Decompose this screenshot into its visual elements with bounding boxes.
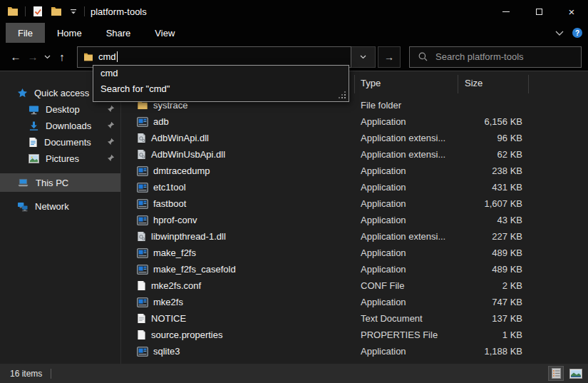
pin-icon bbox=[107, 105, 115, 113]
customize-caret-icon[interactable] bbox=[68, 9, 78, 15]
file-explorer-window: platform-tools × File Home Share View ? … bbox=[0, 0, 588, 383]
sidebar-item-downloads[interactable]: Downloads bbox=[0, 118, 120, 134]
forward-button[interactable]: → bbox=[24, 48, 41, 66]
go-to-button[interactable]: → bbox=[378, 46, 401, 68]
file-size: 747 KB bbox=[458, 297, 528, 307]
file-row[interactable]: adbApplication6,156 KB bbox=[121, 113, 588, 130]
file-name-cell: NOTICE bbox=[121, 313, 354, 324]
quick-access-toolbar bbox=[0, 5, 85, 18]
details-view-button[interactable] bbox=[548, 366, 564, 381]
ribbon-expand-chevron-icon[interactable] bbox=[555, 31, 564, 36]
back-button[interactable]: ← bbox=[7, 48, 24, 66]
recent-locations-chevron-icon[interactable] bbox=[41, 48, 53, 66]
column-separator[interactable] bbox=[354, 75, 355, 93]
file-row[interactable]: source.propertiesPROPERTIES File1 KB bbox=[121, 327, 588, 343]
large-icons-view-button[interactable] bbox=[568, 366, 584, 381]
file-type: PROPERTIES File bbox=[354, 330, 458, 340]
file-size: 238 KB bbox=[458, 165, 528, 176]
this-pc-icon bbox=[17, 178, 29, 188]
file-name: source.properties bbox=[151, 330, 222, 340]
address-suggestion-search-item[interactable]: Search for "cmd" bbox=[93, 81, 349, 97]
file-size: 137 KB bbox=[458, 313, 528, 324]
file-row[interactable]: fastbootApplication1,607 KB bbox=[121, 195, 588, 212]
search-input[interactable]: Search platform-tools bbox=[409, 46, 582, 68]
column-separator[interactable] bbox=[528, 75, 529, 93]
file-name-cell: mke2fs.conf bbox=[121, 280, 354, 291]
file-row[interactable]: sqlite3Application1,188 KB bbox=[121, 343, 588, 359]
file-name-cell: sqlite3 bbox=[121, 346, 354, 357]
file-row[interactable]: hprof-convApplication43 KB bbox=[121, 212, 588, 228]
file-name: make_f2fs bbox=[153, 247, 196, 258]
pin-icon bbox=[107, 121, 115, 129]
tab-view[interactable]: View bbox=[143, 23, 187, 43]
sidebar-item-label: Quick access bbox=[34, 88, 89, 98]
address-bar-text: cmd bbox=[98, 51, 116, 62]
close-icon: × bbox=[569, 6, 575, 17]
tab-home[interactable]: Home bbox=[45, 23, 94, 43]
address-suggestion-item[interactable]: cmd bbox=[93, 66, 349, 81]
application-icon bbox=[137, 215, 148, 225]
sidebar-item-desktop[interactable]: Desktop bbox=[0, 101, 120, 118]
application-icon bbox=[137, 199, 148, 209]
file-type: Application bbox=[354, 182, 458, 193]
sidebar-group-gap bbox=[0, 167, 120, 173]
file-type: Application bbox=[354, 116, 458, 127]
sidebar-item-network[interactable]: Network bbox=[0, 198, 120, 215]
column-header-size[interactable]: Size bbox=[465, 78, 483, 88]
file-size: 227 KB bbox=[458, 231, 528, 242]
file-row[interactable]: make_f2fsApplication489 KB bbox=[121, 245, 588, 261]
tab-share[interactable]: Share bbox=[94, 23, 143, 43]
file-name-cell: dmtracedump bbox=[121, 165, 354, 176]
file-name-cell: AdbWinApi.dll bbox=[121, 133, 354, 143]
dll-icon bbox=[137, 133, 146, 143]
resize-grip-icon[interactable] bbox=[344, 97, 346, 98]
file-name: fastboot bbox=[153, 198, 186, 209]
file-name: hprof-conv bbox=[153, 215, 197, 225]
file-row[interactable]: AdbWinApi.dllApplication extensi...96 KB bbox=[121, 130, 588, 146]
column-separator[interactable] bbox=[458, 75, 458, 93]
items-count: 16 items bbox=[10, 369, 42, 379]
file-name: etc1tool bbox=[153, 182, 186, 193]
file-type: Application bbox=[354, 165, 458, 176]
address-bar-input[interactable]: cmd bbox=[77, 46, 351, 68]
sidebar-item-documents[interactable]: Documents bbox=[0, 134, 120, 150]
titlebar: platform-tools × bbox=[0, 0, 588, 23]
up-button[interactable]: ↑ bbox=[53, 48, 71, 66]
file-type: Application extensi... bbox=[354, 133, 458, 143]
file-row[interactable]: AdbWinUsbApi.dllApplication extensi...62… bbox=[121, 146, 588, 163]
address-dropdown-button[interactable] bbox=[351, 46, 376, 68]
ribbon-right-controls: ? bbox=[555, 23, 588, 43]
file-row[interactable]: dmtracedumpApplication238 KB bbox=[121, 163, 588, 179]
application-icon bbox=[137, 265, 148, 275]
new-folder-icon[interactable] bbox=[50, 5, 63, 18]
maximize-icon bbox=[536, 9, 542, 15]
application-icon bbox=[137, 183, 148, 193]
file-type: Text Document bbox=[354, 313, 458, 324]
properties-check-icon[interactable] bbox=[31, 5, 44, 18]
sidebar-item-this-pc[interactable]: This PC bbox=[0, 173, 120, 192]
application-icon bbox=[137, 248, 148, 258]
help-button[interactable]: ? bbox=[572, 28, 582, 38]
sidebar-group-gap bbox=[0, 192, 120, 198]
file-name: NOTICE bbox=[151, 313, 186, 324]
file-row[interactable]: mke2fsApplication747 KB bbox=[121, 294, 588, 310]
column-header-type[interactable]: Type bbox=[361, 78, 381, 88]
minimize-button[interactable] bbox=[490, 0, 522, 23]
file-type: Application bbox=[354, 346, 458, 357]
file-row[interactable]: mke2fs.confCONF File2 KB bbox=[121, 277, 588, 294]
tab-file[interactable]: File bbox=[6, 23, 45, 43]
file-list-pane: Type Size systraceFile folderadbApplicat… bbox=[121, 71, 588, 364]
file-row[interactable]: etc1toolApplication431 KB bbox=[121, 179, 588, 195]
sidebar-item-pictures[interactable]: Pictures bbox=[0, 150, 120, 167]
file-type: Application bbox=[354, 215, 458, 225]
address-folder-icon bbox=[83, 53, 93, 61]
downloads-icon bbox=[29, 121, 39, 131]
file-row[interactable]: NOTICEText Document137 KB bbox=[121, 310, 588, 327]
ribbon-tabs: File Home Share View ? bbox=[0, 23, 588, 43]
maximize-button[interactable] bbox=[522, 0, 555, 23]
file-row[interactable]: make_f2fs_casefoldApplication489 KB bbox=[121, 261, 588, 277]
close-button[interactable]: × bbox=[555, 0, 588, 23]
file-size: 1,188 KB bbox=[458, 346, 528, 357]
file-row[interactable]: libwinpthread-1.dllApplication extensi..… bbox=[121, 228, 588, 245]
sidebar-item-label: Downloads bbox=[46, 121, 91, 131]
